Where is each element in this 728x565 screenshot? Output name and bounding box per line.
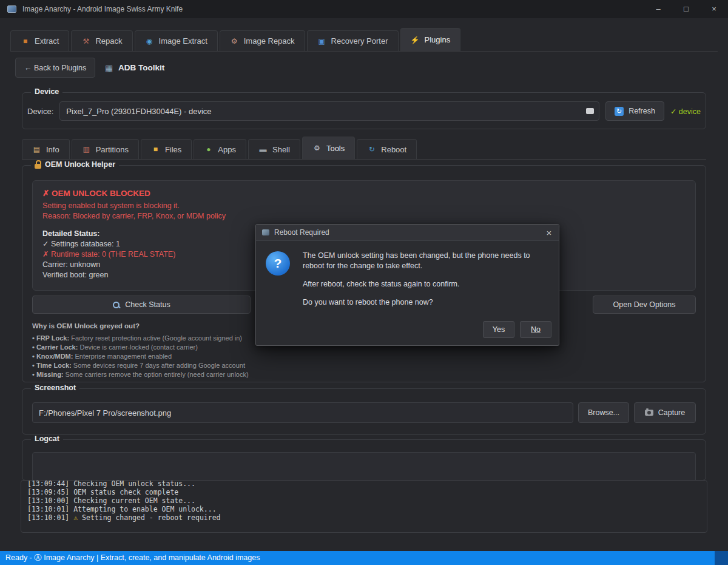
tab-recovery-porter[interactable]: ▣ Recovery Porter [307, 30, 399, 51]
tab-image-extract[interactable]: ◉ Image Extract [135, 30, 218, 51]
tab-label: Reboot [381, 145, 406, 154]
oem-help-bullet: • Knox/MDM: Enterprise management enable… [32, 352, 249, 361]
plugins-icon: ⚡ [411, 36, 420, 44]
device-select[interactable]: Pixel_7_Pro (29301FDH30044E) - device [59, 101, 599, 121]
yes-button[interactable]: Yes [483, 321, 514, 338]
oem-help-text: Why is OEM Unlock greyed out? • FRP Lock… [32, 322, 249, 379]
plugin-title: ADB Toolkit [118, 63, 164, 72]
tab-repack[interactable]: ⚒ Repack [71, 30, 132, 51]
shell-icon: ▬ [258, 145, 268, 154]
window-title: Image Anarchy - Android Image Swiss Army… [22, 5, 183, 13]
device-status-badge: ✓ device [670, 107, 701, 116]
question-icon: ? [266, 251, 290, 276]
main-tabbar: ■ Extract ⚒ Repack ◉ Image Extract ⚙ Ima… [10, 29, 718, 52]
close-icon[interactable]: × [700, 0, 728, 18]
tab-label: Apps [218, 145, 236, 154]
adb-toolkit-icon: ▦ [104, 63, 113, 73]
dialog-paragraph: After reboot, check the status again to … [303, 279, 548, 289]
tab-info[interactable]: ▤ Info [22, 139, 70, 159]
back-to-plugins-button[interactable]: ← Back to Plugins [15, 58, 95, 78]
oem-status-line: Setting enabled but system is blocking i… [42, 201, 686, 211]
open-dev-options-button[interactable]: Open Dev Options [593, 296, 696, 314]
log-line: [13:09:45] OEM status check complete [27, 488, 701, 496]
dialog-title: Reboot Required [274, 228, 329, 237]
dialog-icon [262, 229, 269, 235]
log-line: [13:10:01] Attempting to enable OEM unlo… [27, 505, 701, 513]
search-icon [112, 301, 120, 309]
oem-group-label-text: OEM Unlock Helper [45, 160, 115, 169]
device-group: Device Device: Pixel_7_Pro (29301FDH3004… [22, 92, 706, 129]
tab-label: Extract [35, 36, 59, 46]
logcat-group-label: Logcat [31, 435, 63, 443]
info-icon: ▤ [32, 145, 41, 154]
resize-grip[interactable] [715, 551, 728, 565]
log-line: [13:10:00] Checking current OEM state... [27, 496, 701, 505]
logcat-group: Logcat [22, 439, 706, 481]
check-status-button[interactable]: Check Status [32, 296, 251, 314]
tab-files[interactable]: ■ Files [141, 139, 192, 159]
app-log-console[interactable]: [13:09:44] Checking OEM unlock status...… [21, 480, 707, 533]
tab-label: Image Extract [159, 36, 207, 46]
sub-tabbar: ▤ Info ▥ Partitions ■ Files ● Apps ▬ She… [22, 137, 706, 160]
oem-help-bullet: • Time Lock: Some devices require 7 days… [32, 361, 249, 370]
camera-icon [645, 410, 653, 416]
window-controls: – □ × [644, 0, 728, 18]
log-line-warning: [13:10:01] ⚠ Setting changed - reboot re… [27, 513, 701, 522]
tab-tools[interactable]: ⚙ Tools [302, 137, 355, 159]
refresh-icon: ↻ [615, 107, 624, 116]
tab-label: Recovery Porter [331, 36, 388, 46]
oem-help-bullet: • Carrier Lock: Device is carrier-locked… [32, 343, 249, 352]
tab-shell[interactable]: ▬ Shell [248, 139, 300, 159]
app-window: Image Anarchy - Android Image Swiss Army… [0, 0, 728, 565]
maximize-icon[interactable]: □ [672, 0, 700, 18]
tab-extract[interactable]: ■ Extract [10, 30, 69, 51]
check-status-label: Check Status [125, 300, 170, 309]
refresh-button[interactable]: ↻ Refresh [605, 101, 664, 121]
tab-label: Repack [95, 36, 122, 46]
oem-help-title: Why is OEM Unlock greyed out? [32, 322, 249, 330]
no-button[interactable]: No [520, 321, 551, 338]
tab-label: Plugins [425, 35, 451, 44]
device-row: Device: Pixel_7_Pro (29301FDH30044E) - d… [27, 101, 701, 121]
capture-label: Capture [658, 408, 685, 417]
oem-group-label: OEM Unlock Helper [31, 160, 119, 169]
screenshot-path-input[interactable] [32, 402, 573, 423]
dropdown-arrow-icon [586, 108, 594, 114]
status-text: Ready - Ⓐ Image Anarchy | Extract, creat… [5, 553, 260, 562]
device-group-label: Device [31, 87, 62, 96]
recovery-porter-icon: ▣ [317, 37, 326, 46]
tab-plugins[interactable]: ⚡ Plugins [400, 28, 461, 51]
oem-help-bullet: • FRP Lock: Factory reset protection act… [32, 334, 249, 343]
tab-reboot[interactable]: ↻ Reboot [357, 139, 417, 159]
minimize-icon[interactable]: – [644, 0, 672, 18]
refresh-label: Refresh [629, 107, 655, 115]
tools-icon: ⚙ [312, 144, 322, 152]
folder-icon: ■ [151, 145, 160, 154]
capture-button[interactable]: Capture [634, 402, 696, 423]
tab-label: Tools [326, 144, 345, 153]
tab-label: Image Repack [244, 36, 295, 46]
extract-icon: ■ [21, 37, 30, 46]
reboot-icon: ↻ [367, 145, 376, 154]
dialog-message: The OEM unlock setting has been changed,… [303, 251, 548, 308]
tab-label: Partitions [96, 145, 129, 154]
statusbar: Ready - Ⓐ Image Anarchy | Extract, creat… [0, 551, 728, 565]
tab-partitions[interactable]: ▥ Partitions [72, 139, 139, 159]
apps-icon: ● [204, 145, 213, 154]
browse-button[interactable]: Browse... [578, 402, 629, 423]
unlock-icon [35, 164, 41, 169]
dialog-close-icon[interactable]: × [539, 225, 559, 241]
screenshot-group-label: Screenshot [31, 384, 79, 392]
dialog-titlebar[interactable]: Reboot Required × [256, 225, 559, 241]
oem-status-headline: ✗ OEM UNLOCK BLOCKED [42, 188, 686, 198]
log-line: [13:09:44] Checking OEM unlock status... [27, 480, 701, 488]
screenshot-group: Screenshot Browse... Capture [22, 388, 706, 435]
plugin-header: ▦ ADB Toolkit [104, 58, 164, 78]
titlebar: Image Anarchy - Android Image Swiss Army… [0, 0, 728, 18]
tab-image-repack[interactable]: ⚙ Image Repack [220, 30, 305, 51]
app-icon [7, 5, 16, 13]
tab-label: Shell [272, 145, 290, 154]
oem-status-line: Reason: Blocked by carrier, FRP, Knox, o… [42, 211, 686, 222]
device-select-value: Pixel_7_Pro (29301FDH30044E) - device [66, 107, 211, 116]
tab-apps[interactable]: ● Apps [194, 139, 246, 159]
